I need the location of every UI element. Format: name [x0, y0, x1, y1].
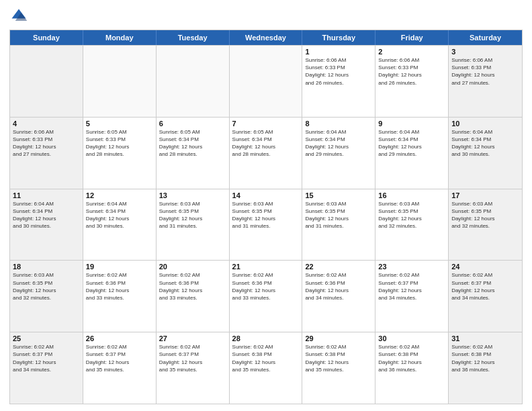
calendar-day-28: 28Sunrise: 6:02 AM Sunset: 6:38 PM Dayli…	[230, 332, 303, 404]
day-info: Sunrise: 6:02 AM Sunset: 6:37 PM Dayligh…	[451, 271, 519, 302]
day-info: Sunrise: 6:06 AM Sunset: 6:33 PM Dayligh…	[451, 56, 519, 87]
calendar-empty-cell	[157, 46, 230, 117]
day-info: Sunrise: 6:04 AM Sunset: 6:34 PM Dayligh…	[86, 200, 153, 230]
calendar-day-21: 21Sunrise: 6:02 AM Sunset: 6:36 PM Dayli…	[230, 261, 303, 332]
day-number: 20	[159, 263, 226, 271]
calendar-day-5: 5Sunrise: 6:05 AM Sunset: 6:33 PM Daylig…	[83, 118, 157, 189]
day-info: Sunrise: 6:02 AM Sunset: 6:37 PM Dayligh…	[86, 343, 153, 373]
day-number: 21	[232, 263, 300, 271]
day-info: Sunrise: 6:04 AM Sunset: 6:34 PM Dayligh…	[13, 200, 80, 230]
day-number: 25	[13, 334, 80, 342]
calendar-week-4: 18Sunrise: 6:03 AM Sunset: 6:35 PM Dayli…	[10, 260, 522, 332]
weekday-header-monday: Monday	[83, 30, 157, 45]
day-number: 23	[378, 263, 445, 271]
day-number: 9	[378, 120, 445, 128]
weekday-header-thursday: Thursday	[302, 30, 375, 45]
calendar-day-27: 27Sunrise: 6:02 AM Sunset: 6:37 PM Dayli…	[157, 332, 230, 404]
calendar-day-3: 3Sunrise: 6:06 AM Sunset: 6:33 PM Daylig…	[449, 46, 522, 117]
day-number: 29	[305, 334, 372, 342]
calendar-empty-cell	[230, 46, 303, 117]
day-number: 4	[13, 120, 80, 128]
calendar-day-23: 23Sunrise: 6:02 AM Sunset: 6:37 PM Dayli…	[375, 261, 449, 332]
page: SundayMondayTuesdayWednesdayThursdayFrid…	[0, 0, 532, 411]
day-number: 16	[378, 191, 445, 199]
weekday-header-wednesday: Wednesday	[230, 30, 303, 45]
calendar-day-24: 24Sunrise: 6:02 AM Sunset: 6:37 PM Dayli…	[449, 261, 522, 332]
calendar-day-18: 18Sunrise: 6:03 AM Sunset: 6:35 PM Dayli…	[10, 261, 83, 332]
day-number: 19	[86, 263, 153, 271]
calendar-day-17: 17Sunrise: 6:03 AM Sunset: 6:35 PM Dayli…	[449, 189, 522, 261]
day-number: 26	[86, 334, 153, 342]
day-info: Sunrise: 6:02 AM Sunset: 6:36 PM Dayligh…	[159, 271, 226, 302]
day-info: Sunrise: 6:02 AM Sunset: 6:37 PM Dayligh…	[159, 343, 226, 373]
calendar-day-30: 30Sunrise: 6:02 AM Sunset: 6:38 PM Dayli…	[375, 332, 449, 404]
header	[9, 7, 523, 26]
calendar-day-4: 4Sunrise: 6:06 AM Sunset: 6:33 PM Daylig…	[10, 118, 83, 189]
day-number: 27	[159, 334, 226, 342]
day-number: 7	[232, 120, 300, 128]
calendar-day-1: 1Sunrise: 6:06 AM Sunset: 6:33 PM Daylig…	[302, 46, 375, 117]
calendar-day-29: 29Sunrise: 6:02 AM Sunset: 6:38 PM Dayli…	[302, 332, 375, 404]
day-info: Sunrise: 6:02 AM Sunset: 6:36 PM Dayligh…	[305, 271, 372, 302]
logo-icon	[9, 7, 28, 26]
weekday-header-tuesday: Tuesday	[157, 30, 230, 45]
calendar-day-9: 9Sunrise: 6:04 AM Sunset: 6:34 PM Daylig…	[375, 118, 449, 189]
day-info: Sunrise: 6:04 AM Sunset: 6:34 PM Dayligh…	[378, 128, 445, 158]
day-info: Sunrise: 6:02 AM Sunset: 6:36 PM Dayligh…	[86, 271, 153, 302]
day-number: 24	[451, 263, 519, 271]
calendar-day-26: 26Sunrise: 6:02 AM Sunset: 6:37 PM Dayli…	[83, 332, 157, 404]
calendar-empty-cell	[10, 46, 83, 117]
day-number: 30	[378, 334, 445, 342]
day-number: 14	[232, 191, 300, 199]
calendar-day-2: 2Sunrise: 6:06 AM Sunset: 6:33 PM Daylig…	[375, 46, 449, 117]
day-number: 2	[378, 48, 445, 56]
day-number: 11	[13, 191, 80, 199]
calendar-week-5: 25Sunrise: 6:02 AM Sunset: 6:37 PM Dayli…	[10, 332, 522, 404]
weekday-header-sunday: Sunday	[10, 30, 83, 45]
day-info: Sunrise: 6:05 AM Sunset: 6:34 PM Dayligh…	[159, 128, 226, 158]
day-info: Sunrise: 6:04 AM Sunset: 6:34 PM Dayligh…	[451, 128, 519, 158]
day-info: Sunrise: 6:03 AM Sunset: 6:35 PM Dayligh…	[451, 200, 519, 230]
calendar-day-19: 19Sunrise: 6:02 AM Sunset: 6:36 PM Dayli…	[83, 261, 157, 332]
day-number: 1	[305, 48, 372, 56]
day-info: Sunrise: 6:02 AM Sunset: 6:38 PM Dayligh…	[305, 343, 372, 373]
calendar-day-16: 16Sunrise: 6:03 AM Sunset: 6:35 PM Dayli…	[375, 189, 449, 261]
day-number: 18	[13, 263, 80, 271]
calendar-day-12: 12Sunrise: 6:04 AM Sunset: 6:34 PM Dayli…	[83, 189, 157, 261]
calendar-empty-cell	[83, 46, 157, 117]
calendar-day-14: 14Sunrise: 6:03 AM Sunset: 6:35 PM Dayli…	[230, 189, 303, 261]
day-number: 5	[86, 120, 153, 128]
day-info: Sunrise: 6:03 AM Sunset: 6:35 PM Dayligh…	[13, 271, 80, 302]
day-info: Sunrise: 6:02 AM Sunset: 6:36 PM Dayligh…	[232, 271, 300, 302]
day-number: 28	[232, 334, 300, 342]
calendar-day-20: 20Sunrise: 6:02 AM Sunset: 6:36 PM Dayli…	[157, 261, 230, 332]
day-info: Sunrise: 6:02 AM Sunset: 6:38 PM Dayligh…	[451, 343, 519, 373]
day-number: 15	[305, 191, 372, 199]
weekday-header-saturday: Saturday	[449, 30, 522, 45]
calendar-day-11: 11Sunrise: 6:04 AM Sunset: 6:34 PM Dayli…	[10, 189, 83, 261]
day-number: 17	[451, 191, 519, 199]
calendar: SundayMondayTuesdayWednesdayThursdayFrid…	[9, 30, 523, 404]
day-info: Sunrise: 6:03 AM Sunset: 6:35 PM Dayligh…	[378, 200, 445, 230]
calendar-day-8: 8Sunrise: 6:04 AM Sunset: 6:34 PM Daylig…	[302, 118, 375, 189]
day-number: 10	[451, 120, 519, 128]
calendar-week-2: 4Sunrise: 6:06 AM Sunset: 6:33 PM Daylig…	[10, 117, 522, 189]
day-info: Sunrise: 6:04 AM Sunset: 6:34 PM Dayligh…	[305, 128, 372, 158]
day-number: 3	[451, 48, 519, 56]
weekday-header-friday: Friday	[375, 30, 449, 45]
logo	[9, 7, 31, 26]
calendar-day-6: 6Sunrise: 6:05 AM Sunset: 6:34 PM Daylig…	[157, 118, 230, 189]
calendar-day-7: 7Sunrise: 6:05 AM Sunset: 6:34 PM Daylig…	[230, 118, 303, 189]
calendar-day-13: 13Sunrise: 6:03 AM Sunset: 6:35 PM Dayli…	[157, 189, 230, 261]
day-info: Sunrise: 6:02 AM Sunset: 6:38 PM Dayligh…	[378, 343, 445, 373]
calendar-day-10: 10Sunrise: 6:04 AM Sunset: 6:34 PM Dayli…	[449, 118, 522, 189]
calendar-body: 1Sunrise: 6:06 AM Sunset: 6:33 PM Daylig…	[10, 45, 522, 404]
day-info: Sunrise: 6:03 AM Sunset: 6:35 PM Dayligh…	[159, 200, 226, 230]
day-info: Sunrise: 6:03 AM Sunset: 6:35 PM Dayligh…	[232, 200, 300, 230]
calendar-header: SundayMondayTuesdayWednesdayThursdayFrid…	[10, 30, 522, 45]
day-number: 6	[159, 120, 226, 128]
calendar-day-22: 22Sunrise: 6:02 AM Sunset: 6:36 PM Dayli…	[302, 261, 375, 332]
day-info: Sunrise: 6:06 AM Sunset: 6:33 PM Dayligh…	[378, 56, 445, 87]
calendar-week-1: 1Sunrise: 6:06 AM Sunset: 6:33 PM Daylig…	[10, 45, 522, 117]
day-number: 13	[159, 191, 226, 199]
